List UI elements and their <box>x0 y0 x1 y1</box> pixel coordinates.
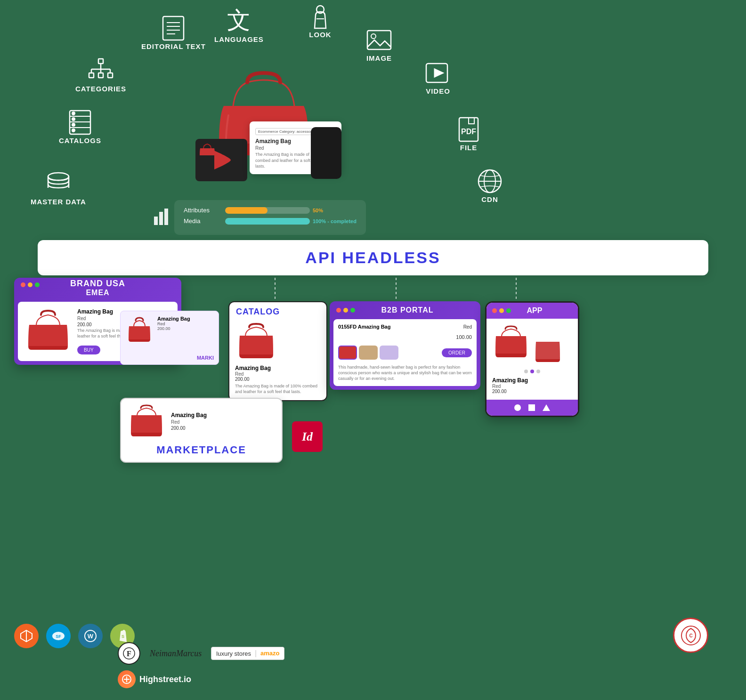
b2b-title: B2B PORTAL <box>381 306 433 314</box>
indicator-1 <box>524 370 528 373</box>
svg-marker-20 <box>435 69 443 77</box>
catalogs-icon-group: CATALOGS <box>59 108 101 145</box>
app-dots <box>492 308 511 313</box>
media-label: Media <box>184 217 221 225</box>
b2b-dot-yellow <box>343 308 348 313</box>
order-button[interactable]: ORDER <box>442 348 472 357</box>
app-secondary-bag <box>534 324 562 366</box>
app-triangle-icon <box>543 404 550 411</box>
dot-yellow <box>28 282 32 287</box>
media-progress-bar-fill <box>225 218 310 225</box>
marketplace-product-color: Red <box>171 419 207 425</box>
amazon-logo: amazon <box>260 649 279 658</box>
swatch-tan[interactable] <box>359 346 378 360</box>
brand-emea-name: Amazing Bag <box>157 316 190 322</box>
svg-rect-2 <box>98 73 103 78</box>
image-icon-group: IMAGE <box>365 26 393 62</box>
app-body: Amazing Bag Red 200.00 <box>487 319 578 400</box>
catalog-bag-image <box>235 322 321 361</box>
catalogs-icon <box>66 108 94 137</box>
swatch-lilac[interactable] <box>380 346 398 360</box>
partner-logo-icon: C <box>679 624 703 647</box>
video-icon <box>424 59 452 87</box>
ecommerce-category-tag: Ecommerce Category: accessory <box>255 128 316 135</box>
b2b-dots <box>336 308 355 313</box>
video-label: VIDEO <box>426 87 450 95</box>
categories-label: CATEGORIES <box>75 85 126 93</box>
b2b-color-swatches <box>338 346 398 360</box>
partner-circle-logo: C <box>673 618 708 653</box>
highstreet-logo: Highstreet.io <box>118 670 191 688</box>
svg-text:PDF: PDF <box>461 128 476 136</box>
b2b-product-price: 100.00 <box>338 332 472 341</box>
file-icon: PDF <box>454 115 483 144</box>
buy-button[interactable]: BUY <box>77 346 100 354</box>
svg-rect-1 <box>89 73 94 78</box>
app-bottom-bar <box>487 400 578 416</box>
magento-icon <box>20 629 33 643</box>
app-product-price: 200.00 <box>492 389 572 394</box>
attributes-progress-bar-bg <box>225 207 310 214</box>
catalog-product-color: Red <box>235 371 321 377</box>
luxury-stores-text: luxury stores <box>216 650 251 657</box>
b2b-swatches-row: ORDER <box>338 344 472 362</box>
app-indicators <box>492 370 572 373</box>
media-thumbnail-card <box>195 139 247 181</box>
svg-point-25 <box>72 113 74 115</box>
indicator-2 <box>530 370 534 373</box>
brand-emea-card: Amazing Bag Red 200.00 MARKI <box>120 311 219 365</box>
b2b-dot-green <box>350 308 355 313</box>
api-headless-banner: API HEADLESS <box>38 240 708 275</box>
app-title: APP <box>527 306 543 315</box>
svg-text:C: C <box>689 633 692 638</box>
catalog-product-price: 200.00 <box>235 377 321 382</box>
app-dot-yellow <box>499 308 504 313</box>
svg-text:文: 文 <box>227 7 251 33</box>
b2b-dot-red <box>336 308 341 313</box>
brand-usa-subtitle: EMEA <box>21 289 175 297</box>
indicator-3 <box>536 370 540 373</box>
mobile-device-overlay <box>311 127 341 179</box>
catalog-title: CATALOG <box>236 307 320 317</box>
adobe-indesign-icon: Id <box>292 421 323 452</box>
farfetch-icon: F <box>122 647 136 660</box>
app-product-color: Red <box>492 384 572 389</box>
master-data-icon-group: MASTER DATA <box>31 169 86 206</box>
attributes-progress-bar-fill <box>225 207 268 214</box>
b2b-product-color: Red <box>463 324 472 330</box>
svg-point-28 <box>72 129 74 132</box>
marketplace-info: Amazing Bag Red 200.00 <box>171 412 207 431</box>
svg-text:amazon: amazon <box>260 650 279 657</box>
editorial-text-icon-group: EDITORIAL TEXT <box>141 14 206 50</box>
svg-point-27 <box>72 124 74 126</box>
marketplace-body: Amazing Bag Red 200.00 <box>121 399 282 444</box>
app-product-row <box>492 324 572 366</box>
look-label: LOOK <box>309 31 331 39</box>
svg-rect-9 <box>163 16 184 40</box>
wordpress-logo: W <box>78 624 103 648</box>
marki-label: MARKI <box>197 355 214 361</box>
indesign-text: Id <box>302 430 313 444</box>
svg-rect-0 <box>98 59 103 64</box>
b2b-inner: 0155FD Amazing Bag Red 100.00 ORDER This… <box>333 319 477 386</box>
categories-icon <box>87 56 115 85</box>
svg-text:S: S <box>122 634 124 639</box>
dot-red <box>21 282 25 287</box>
cdn-icon-group: CDN <box>476 167 504 203</box>
brand-emea-color: Red <box>157 322 190 326</box>
app-card: APP Amazi <box>485 301 579 417</box>
catalog-product-desc: The Amazing Bag is made of 100% combed a… <box>235 384 321 394</box>
svg-point-18 <box>371 34 376 39</box>
image-icon <box>365 26 393 54</box>
neiman-marcus-logo: NeimanMarcus <box>150 649 202 659</box>
catalog-header: CATALOG <box>229 302 326 322</box>
image-label: IMAGE <box>366 54 392 62</box>
editorial-text-icon <box>159 14 187 42</box>
catalog-product-name: Amazing Bag <box>235 365 321 371</box>
marketplace-product-price: 200.00 <box>171 426 207 431</box>
swatch-red[interactable] <box>338 346 357 360</box>
brand-emea-price: 200.00 <box>157 326 190 331</box>
partner-logos-row: F NeimanMarcus luxury stores | amazon <box>118 642 284 665</box>
highstreet-icon <box>118 670 136 688</box>
attributes-progress-text: 50% <box>313 208 323 213</box>
